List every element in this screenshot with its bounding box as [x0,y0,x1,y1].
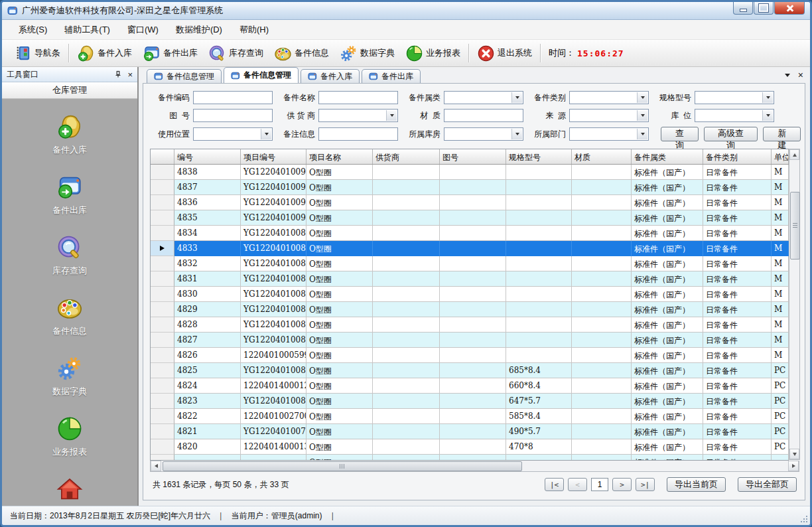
column-header-9[interactable]: 备件类别 [703,149,772,164]
vertical-scroll-thumb[interactable] [790,192,800,260]
tab-parts-info-mgmt-2[interactable]: 备件信息管理 [224,67,299,83]
table-row[interactable]: 48221220401002700O型圈585*8.4标准件（国产）日常备件PC [151,409,789,424]
column-header-0[interactable] [151,149,174,164]
sidebar-close-icon[interactable]: × [127,70,133,79]
prev-page-button[interactable]: < [568,478,587,491]
column-header-5[interactable]: 图号 [440,149,506,164]
toolbar-button-business-report[interactable]: 业务报表 [400,42,466,64]
toolbar-button-parts-info[interactable]: 备件信息 [269,42,334,64]
advanced-query-button[interactable]: 高级查询 [704,127,758,141]
column-header-1[interactable]: 编号 [174,149,241,164]
sidebar-item-parts-info[interactable]: 备件信息 [52,295,87,337]
location-select[interactable] [695,109,774,122]
toolbar-button-nav-bar[interactable]: 导航条 [9,42,66,64]
sidebar-item-parts-inbound[interactable]: 备件入库 [52,113,87,156]
table-row[interactable]: 48201220401400013O型圈470*8标准件（国产）日常备件PC [151,439,789,455]
menu-item-2[interactable]: 窗口(W) [119,21,167,39]
material-input[interactable] [444,109,523,122]
last-page-button[interactable]: >| [636,478,655,491]
tab-parts-info-mgmt-1[interactable]: 备件信息管理 [147,69,222,83]
dropdown-arrow-icon[interactable] [386,110,397,121]
table-row[interactable]: O型圈标准件（国产）日常备件 [151,455,789,460]
sidebar-item-warehouse-mgmt[interactable]: 库房管理 [52,476,87,506]
dropdown-arrow-icon[interactable] [762,110,773,121]
new-button[interactable]: 新建 [763,127,801,141]
page-number-input[interactable] [591,478,608,491]
material-text-input[interactable] [444,110,523,121]
export-current-page-button[interactable]: 导出当前页 [667,477,726,492]
table-row[interactable]: 4830YG12204010085O型圈标准件（国产）日常备件M [151,287,789,302]
column-header-7[interactable]: 材质 [572,149,632,164]
dropdown-arrow-icon[interactable] [511,129,522,139]
tab-list-chevron-down-icon[interactable] [785,74,790,77]
column-header-6[interactable]: 规格型号 [506,149,572,164]
dropdown-arrow-icon[interactable] [511,92,522,103]
part-code-text-input[interactable] [194,92,272,104]
tab-close-icon[interactable]: × [798,70,803,80]
minimize-button[interactable] [733,2,753,15]
part-code-input[interactable] [193,91,273,104]
spec-model-select[interactable] [695,91,774,104]
scroll-right-button[interactable] [788,461,799,471]
table-row[interactable]: 4825YG12204010081O型圈685*8.4标准件（国产）日常备件PC [151,363,789,378]
table-row[interactable]: 4835YG12204010090O型圈标准件（国产）日常备件M [151,210,789,226]
dropdown-arrow-icon[interactable] [637,110,647,121]
table-row[interactable]: 4829YG12204010084O型圈标准件（国产）日常备件M [151,302,789,317]
table-row[interactable]: 4831YG12204010086O型圈标准件（国产）日常备件M [151,271,789,287]
dropdown-arrow-icon[interactable] [637,129,647,139]
table-row[interactable]: 4832YG12204010087O型圈标准件（国产）日常备件M [151,256,789,271]
scroll-left-button[interactable] [151,461,161,471]
table-row[interactable]: 4821YG12204010079O型圈490*5.7标准件（国产）日常备件PC [151,424,789,439]
drawing-no-text-input[interactable] [194,110,272,121]
table-row[interactable]: 4834YG12204010089O型圈标准件（国产）日常备件M [151,226,789,241]
source-select[interactable] [569,109,649,122]
warehouse-select[interactable] [444,127,523,141]
sidebar-item-parts-outbound[interactable]: 备件出库 [52,174,87,216]
toolbar-button-exit-system[interactable]: 退出系统 [472,42,537,64]
menu-item-0[interactable]: 系统(S) [10,21,56,39]
usage-position-select[interactable] [193,127,273,141]
dropdown-arrow-icon[interactable] [637,92,647,103]
toolbar-button-parts-outbound[interactable]: 备件出库 [137,42,203,64]
supplier-select[interactable] [318,109,398,122]
tab-parts-outbound[interactable]: 备件出库 [362,69,421,83]
part-category-select[interactable] [444,91,523,104]
part-class-select[interactable] [569,91,649,104]
export-all-pages-button[interactable]: 导出全部页 [738,477,797,492]
column-header-2[interactable]: 项目编号 [241,149,306,164]
dropdown-arrow-icon[interactable] [261,129,271,139]
maximize-button[interactable] [754,2,774,15]
part-name-input[interactable] [318,91,398,104]
part-name-text-input[interactable] [319,92,397,104]
column-header-3[interactable]: 项目名称 [306,149,373,164]
menu-item-3[interactable]: 数据维护(D) [167,21,231,39]
dropdown-arrow-icon[interactable] [762,92,773,103]
menu-item-1[interactable]: 辅助工具(T) [56,21,119,39]
drawing-no-input[interactable] [193,109,273,122]
column-header-4[interactable]: 供货商 [373,149,440,164]
toolbar-button-data-dictionary[interactable]: 数据字典 [334,42,400,64]
table-row[interactable]: 48241220401400012O型圈660*8.4标准件（国产）日常备件PC [151,378,789,394]
toolbar-button-parts-inbound[interactable]: 备件入库 [72,42,137,64]
close-button[interactable] [774,2,805,15]
remark-text-input[interactable] [319,128,397,140]
table-row[interactable]: 4838YG12204010093O型圈标准件（国产）日常备件M [151,165,789,180]
horizontal-scroll-thumb[interactable] [163,461,522,471]
menu-item-4[interactable]: 帮助(H) [231,21,277,39]
table-row[interactable]: 4833YG12204010088O型圈标准件（国产）日常备件M [151,241,789,256]
first-page-button[interactable]: |< [545,478,564,491]
toolbar-button-stock-query[interactable]: 库存查询 [203,42,269,64]
table-row[interactable]: 4828YG12204010083O型圈标准件（国产）日常备件M [151,317,789,333]
scroll-down-button[interactable] [789,449,799,459]
horizontal-scrollbar[interactable] [150,461,799,472]
sidebar-item-business-report[interactable]: 业务报表 [52,415,87,458]
sidebar-item-stock-query[interactable]: 库存查询 [52,234,87,277]
query-button[interactable]: 查询 [661,127,699,141]
column-header-8[interactable]: 备件属类 [632,149,703,164]
table-row[interactable]: 4827YG12204010082O型圈标准件（国产）日常备件M [151,333,789,348]
table-row[interactable]: 48261220401000599O型圈标准件（国产）日常备件M [151,348,789,363]
department-select[interactable] [569,127,649,141]
sidebar-item-data-dictionary[interactable]: 数据字典 [52,355,87,398]
remark-input[interactable] [318,127,398,141]
next-page-button[interactable]: > [612,478,632,491]
